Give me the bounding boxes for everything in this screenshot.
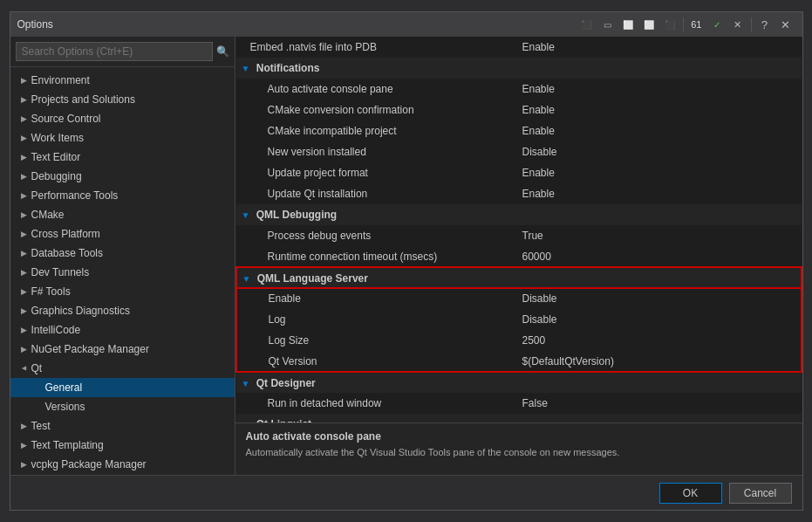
setting-value: Enable — [515, 37, 802, 58]
setting-value: 2500 — [515, 330, 802, 351]
left-panel: 🔍 ▶Environment▶Projects and Solutions▶So… — [10, 37, 235, 475]
tree-item-text-templating[interactable]: ▶Text Templating — [10, 436, 235, 455]
table-row: Update project formatEnable — [236, 162, 802, 183]
tree-arrow-text-templating: ▶ — [17, 441, 31, 450]
tree-item-performance-tools[interactable]: ▶Performance Tools — [10, 186, 235, 205]
tree-arrow-performance-tools: ▶ — [17, 191, 31, 200]
tree-item-cross-platform[interactable]: ▶Cross Platform — [10, 224, 235, 244]
section-label-qml-language-server: QML Language Server — [257, 272, 368, 285]
setting-name: Run in detached window — [236, 393, 515, 414]
section-toggle-qml-language-server[interactable]: ▼ — [242, 274, 251, 284]
section-toggle-qml-debugging[interactable]: ▼ — [242, 210, 250, 220]
section-toggle-qt-designer[interactable]: ▼ — [242, 379, 250, 388]
tree-label-text-editor: Text Editor — [31, 151, 81, 163]
setting-name: Enable — [236, 288, 515, 309]
setting-name: Update project format — [236, 162, 515, 183]
tree-item-projects-solutions[interactable]: ▶Projects and Solutions — [10, 90, 235, 109]
footer: OK Cancel — [10, 475, 802, 510]
tree-item-dev-tunnels[interactable]: ▶Dev Tunnels — [10, 263, 235, 282]
setting-value: Enable — [515, 183, 802, 204]
section-header-qml-debugging: ▼ QML Debugging — [236, 204, 802, 225]
tree-label-dev-tunnels: Dev Tunnels — [31, 266, 90, 278]
section-header-notifications: ▼ Notifications — [236, 58, 802, 79]
tree-label-environment: Environment — [31, 74, 90, 86]
table-row: Embed .natvis file into PDBEnable — [236, 37, 802, 58]
title-bar-left: Options — [17, 18, 53, 31]
tree-item-text-editor[interactable]: ▶Text Editor — [10, 148, 235, 167]
tree-label-cross-platform: Cross Platform — [31, 228, 100, 240]
toolbar-check[interactable]: ✓ — [707, 15, 727, 34]
content-area: 🔍 ▶Environment▶Projects and Solutions▶So… — [10, 37, 802, 475]
tree-item-qt-general[interactable]: General — [10, 378, 235, 397]
setting-name: Update Qt installation — [236, 183, 515, 204]
section-header-qt-designer: ▼ Qt Designer — [236, 372, 802, 393]
tree-label-test: Test — [31, 420, 51, 432]
section-title-notifications: ▼ Notifications — [236, 58, 802, 79]
tree-arrow-fsharp-tools: ▶ — [17, 287, 31, 296]
section-title-qt-designer: ▼ Qt Designer — [236, 372, 802, 393]
tree-arrow-cross-platform: ▶ — [17, 230, 31, 238]
setting-value: $(DefaultQtVersion) — [515, 351, 802, 372]
setting-value: True — [515, 225, 802, 246]
tree-arrow-text-editor: ▶ — [17, 153, 31, 161]
tree-label-projects-solutions: Projects and Solutions — [31, 93, 135, 106]
title-bar: Options ⬛ ▭ ⬜ ⬜ ⬛ 61 ✓ ✕ ? ✕ — [10, 12, 802, 37]
tree-item-graphics-diagnostics[interactable]: ▶Graphics Diagnostics — [10, 301, 235, 320]
section-label-qt-designer: Qt Designer — [256, 377, 316, 389]
toolbar-btn-5[interactable]: ⬛ — [660, 15, 679, 34]
tree-arrow-cmake: ▶ — [17, 210, 31, 219]
tree-item-source-control[interactable]: ▶Source Control — [10, 109, 235, 128]
tree-item-test[interactable]: ▶Test — [10, 416, 235, 436]
toolbar-btn-4[interactable]: ⬜ — [639, 15, 658, 34]
tree-item-work-items[interactable]: ▶Work Items — [10, 128, 235, 148]
tree-item-nuget[interactable]: ▶NuGet Package Manager — [10, 340, 235, 359]
table-row: Run in detached windowFalse — [236, 393, 802, 414]
tree-arrow-test: ▶ — [17, 422, 31, 430]
tree-item-environment[interactable]: ▶Environment — [10, 71, 235, 90]
help-button[interactable]: ? — [755, 15, 774, 34]
tree-item-vcpkg[interactable]: ▶vcpkg Package Manager — [10, 455, 235, 474]
search-box: 🔍 — [10, 37, 235, 67]
tree-item-database-tools[interactable]: ▶Database Tools — [10, 244, 235, 263]
setting-value: Disable — [515, 288, 802, 309]
tree-arrow-projects-solutions: ▶ — [17, 95, 31, 104]
settings-table: Embed .natvis file into PDBEnable ▼ Noti… — [235, 37, 802, 422]
tree-item-cmake[interactable]: ▶CMake — [10, 205, 235, 224]
table-row: LogDisable — [236, 309, 802, 330]
section-title-qml-debugging: ▼ QML Debugging — [236, 204, 802, 225]
tree-label-cmake: CMake — [31, 209, 65, 221]
tree-arrow-graphics-diagnostics: ▶ — [17, 306, 31, 315]
close-button[interactable]: ✕ — [776, 15, 795, 34]
setting-name: Embed .natvis file into PDB — [236, 37, 515, 58]
section-toggle-notifications[interactable]: ▼ — [242, 64, 250, 73]
tree-item-qt-versions[interactable]: Versions — [10, 397, 235, 416]
table-row: CMake incompatible projectEnable — [236, 120, 802, 141]
tree-arrow-work-items: ▶ — [17, 134, 31, 142]
tree-label-vcpkg: vcpkg Package Manager — [31, 458, 147, 470]
toolbar-btn-2[interactable]: ▭ — [597, 15, 617, 34]
tree-item-debugging[interactable]: ▶Debugging — [10, 167, 235, 186]
tree-item-fsharp-tools[interactable]: ▶F# Tools — [10, 282, 235, 301]
tree-arrow-database-tools: ▶ — [17, 249, 31, 258]
setting-value: Enable — [515, 162, 802, 183]
tree-item-intellicode[interactable]: ▶IntelliCode — [10, 320, 235, 340]
desc-text: Automatically activate the Qt Visual Stu… — [246, 446, 792, 459]
search-input[interactable] — [16, 42, 213, 61]
toolbar-x[interactable]: ✕ — [728, 15, 747, 34]
table-row: Log Size2500 — [236, 330, 802, 351]
tree-label-source-control: Source Control — [31, 113, 101, 125]
settings-scroll[interactable]: Embed .natvis file into PDBEnable ▼ Noti… — [235, 37, 802, 422]
search-icon[interactable]: 🔍 — [216, 45, 229, 58]
toolbar-counter: 61 — [687, 19, 705, 30]
table-row: EnableDisable — [236, 288, 802, 309]
toolbar-btn-1[interactable]: ⬛ — [577, 15, 596, 34]
ok-button[interactable]: OK — [659, 483, 722, 504]
section-title-qt-linguist: ▼ Qt Linguist — [236, 414, 802, 422]
toolbar-btn-3[interactable]: ⬜ — [618, 15, 638, 34]
tree-spacer-qt-versions — [31, 402, 45, 411]
tree-label-qt-versions: Versions — [45, 401, 85, 413]
cancel-button[interactable]: Cancel — [729, 483, 792, 504]
options-dialog: Options ⬛ ▭ ⬜ ⬜ ⬛ 61 ✓ ✕ ? ✕ — [10, 11, 803, 511]
setting-name: Runtime connection timeout (msecs) — [236, 246, 515, 267]
tree-item-qt[interactable]: ▼Qt — [10, 359, 235, 378]
